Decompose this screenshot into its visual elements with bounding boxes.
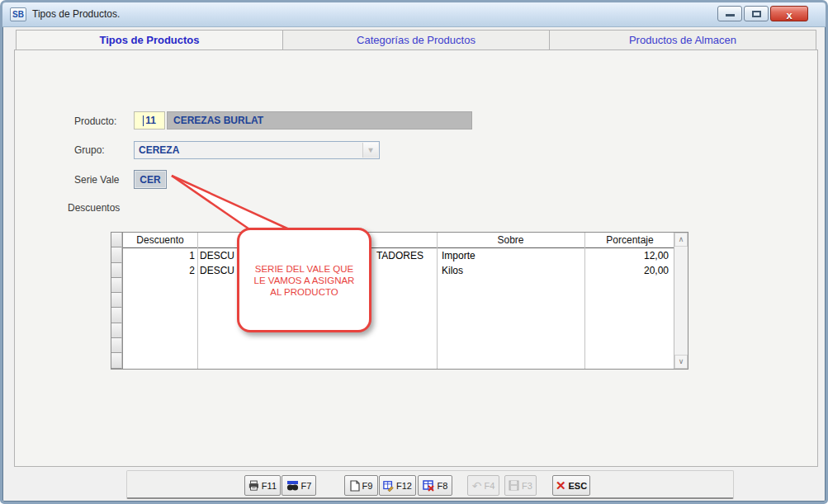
text-caret xyxy=(143,115,144,126)
edit-button-label: F12 xyxy=(396,481,412,491)
cell-porcentaje: 12,00 xyxy=(584,248,675,263)
esc-button-label: ESC xyxy=(568,481,587,491)
new-document-icon xyxy=(350,480,360,492)
delete-button[interactable]: F8 xyxy=(418,475,452,496)
cell-descuento: 2 xyxy=(123,263,197,278)
desc-fragment-end: TADORES xyxy=(376,248,423,263)
undo-button-label: F4 xyxy=(484,481,494,491)
window-title: Tipos de Productos. xyxy=(32,8,120,20)
search-button[interactable]: F7 xyxy=(282,475,316,496)
serie-vale-label: Serie Vale xyxy=(74,174,119,186)
row-selector[interactable] xyxy=(111,293,122,308)
descuentos-label: Descuentos xyxy=(68,202,120,214)
tab-categorias-de-productos[interactable]: Categorías de Productos xyxy=(283,30,550,50)
row-selector[interactable] xyxy=(111,233,122,247)
producto-code-input[interactable]: 11 xyxy=(134,111,165,130)
esc-button[interactable]: ✕ ESC xyxy=(552,475,590,496)
cell-sobre: Importe xyxy=(437,248,584,263)
serie-vale-input[interactable]: CER xyxy=(134,170,167,189)
row-selector[interactable] xyxy=(111,278,122,293)
producto-name-field: CEREZAS BURLAT xyxy=(167,111,472,130)
callout-text-line: LE VAMOS A ASIGNAR xyxy=(254,275,355,286)
bottom-toolbar: F11 F7 F9 F12 xyxy=(126,470,734,499)
new-button-label: F9 xyxy=(362,481,373,491)
table-row[interactable]: 2 DESCU Kilos 20,00 xyxy=(111,263,675,278)
producto-code-value: 11 xyxy=(145,115,156,126)
print-button-label: F11 xyxy=(262,481,277,491)
edit-button[interactable]: F12 xyxy=(379,475,416,496)
tab-productos-de-almacen[interactable]: Productos de Almacen xyxy=(550,30,816,50)
tab-bar: Tipos de Productos Categorías de Product… xyxy=(16,30,816,50)
undo-icon: ↶ xyxy=(472,481,482,491)
print-button[interactable]: F11 xyxy=(244,475,281,496)
chevron-up-icon[interactable]: ∧ xyxy=(674,233,688,247)
undo-button[interactable]: ↶ F4 xyxy=(467,475,499,496)
grupo-label: Grupo: xyxy=(74,144,105,156)
producto-label: Producto: xyxy=(74,115,116,127)
callout-text-line: AL PRODUCTO xyxy=(270,286,338,298)
sb-logo-icon: SB xyxy=(10,7,26,21)
row-selector[interactable] xyxy=(111,353,122,368)
callout-text-line: SERIE DEL VALE QUE xyxy=(255,263,354,275)
new-button[interactable]: F9 xyxy=(344,475,378,496)
app-window: SB Tipos de Productos. x Tipos de Produc… xyxy=(0,0,828,504)
col-header-descuento[interactable]: Descuento xyxy=(123,233,197,248)
chevron-down-icon[interactable]: ▾ xyxy=(362,143,378,158)
save-button[interactable]: F3 xyxy=(504,475,537,496)
row-selector[interactable] xyxy=(111,323,122,338)
row-selector[interactable] xyxy=(111,338,122,353)
printer-icon xyxy=(248,480,259,492)
maximize-icon xyxy=(752,11,761,17)
close-icon: x xyxy=(786,9,792,21)
edit-table-icon xyxy=(383,480,394,492)
delete-button-label: F8 xyxy=(438,481,448,491)
titlebar: SB Tipos de Productos. x xyxy=(2,2,826,27)
cell-descuento: 1 xyxy=(123,248,197,263)
minimize-icon xyxy=(726,14,735,16)
maximize-button[interactable] xyxy=(744,6,769,21)
save-button-label: F3 xyxy=(522,481,532,491)
callout-bubble: SERIE DEL VALE QUE LE VAMOS A ASIGNAR AL… xyxy=(237,228,371,332)
desc-fragment-start: DESCU xyxy=(200,265,234,276)
search-button-label: F7 xyxy=(301,481,312,491)
grupo-combobox[interactable]: CEREZA ▾ xyxy=(134,141,380,159)
delete-table-icon xyxy=(423,480,435,492)
close-button[interactable]: x xyxy=(770,6,808,21)
table-vertical-scrollbar[interactable]: ∧ ∨ xyxy=(674,233,688,369)
col-header-sobre[interactable]: Sobre xyxy=(437,233,584,248)
cell-sobre: Kilos xyxy=(437,263,584,278)
grupo-value: CEREZA xyxy=(139,144,179,156)
tab-tipos-de-productos[interactable]: Tipos de Productos xyxy=(16,30,283,50)
desc-fragment-start: DESCU xyxy=(200,250,234,261)
descuentos-table: Descuento Sobre Porcentaje 1 DESCU TADOR… xyxy=(111,232,688,370)
minimize-button[interactable] xyxy=(717,6,742,21)
content-panel: Producto: 11 CEREZAS BURLAT Grupo: CEREZ… xyxy=(14,49,818,467)
col-header-porcentaje[interactable]: Porcentaje xyxy=(584,233,675,248)
binoculars-icon xyxy=(286,480,299,492)
row-selector[interactable] xyxy=(111,308,122,323)
save-diskette-icon xyxy=(509,480,519,491)
cell-porcentaje: 20,00 xyxy=(584,263,675,278)
chevron-down-icon[interactable]: ∨ xyxy=(674,355,688,369)
esc-x-icon: ✕ xyxy=(556,480,566,492)
table-row[interactable]: 1 DESCU TADORES Importe 12,00 xyxy=(111,248,675,263)
